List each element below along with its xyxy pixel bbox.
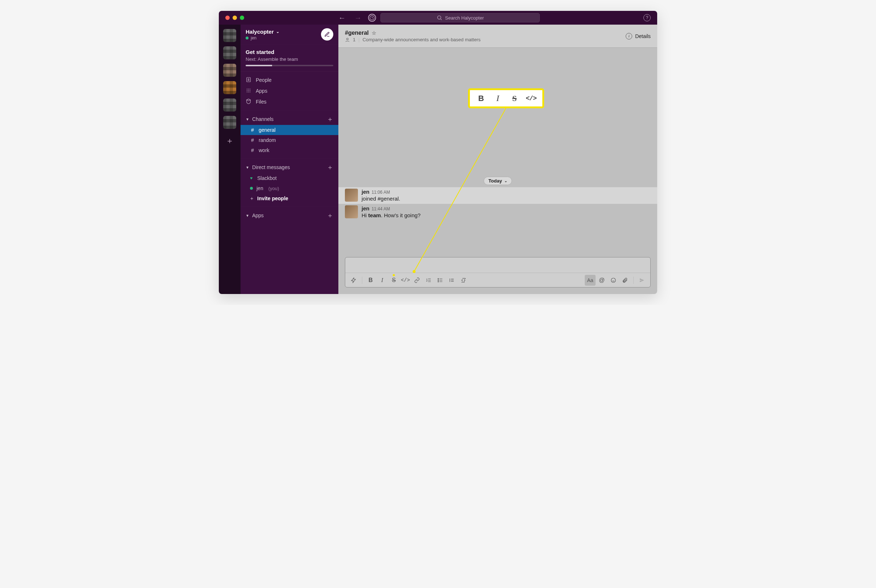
- format-bullet-list-button[interactable]: [435, 275, 446, 286]
- svg-point-10: [247, 92, 248, 92]
- sidebar-item-files[interactable]: Files: [240, 96, 338, 107]
- add-dm-button[interactable]: ＋: [327, 163, 333, 172]
- workspace-switch-2[interactable]: [223, 46, 236, 59]
- channel-header: #general ☆ 1 | Company-wide announcement…: [338, 25, 657, 48]
- sidebar-item-apps[interactable]: Apps: [240, 86, 338, 96]
- invite-label: Invite people: [257, 195, 288, 201]
- nav-label: People: [256, 77, 272, 83]
- progress-fill: [246, 65, 272, 66]
- format-link-button[interactable]: [412, 275, 422, 286]
- caret-down-icon: ▼: [246, 165, 249, 170]
- workspace-header[interactable]: Halycopter ⌄ jen: [240, 25, 338, 45]
- mention-button[interactable]: @: [596, 275, 607, 286]
- message-row[interactable]: jen11:06 AMjoined #general.: [338, 187, 657, 204]
- message-composer: B I S </> Aa @: [345, 257, 651, 288]
- channel-name-button[interactable]: #general ☆: [345, 30, 481, 36]
- chevron-down-icon: ⌄: [276, 29, 279, 34]
- titlebar: ← → Search Halycopter ?: [219, 11, 657, 25]
- format-blockquote-button[interactable]: [446, 275, 457, 286]
- format-strikethrough-button[interactable]: S: [388, 275, 399, 286]
- workspace-switch-3[interactable]: [223, 64, 236, 77]
- format-code-button[interactable]: </>: [400, 275, 411, 286]
- section-label: Apps: [252, 213, 264, 218]
- callout-bold-icon: B: [476, 94, 487, 103]
- workspace-name: Halycopter: [246, 28, 274, 35]
- member-count[interactable]: 1: [353, 37, 355, 42]
- window-zoom-button[interactable]: [240, 16, 244, 20]
- avatar[interactable]: [345, 189, 358, 202]
- dm-item-jen[interactable]: jen(you): [240, 183, 338, 194]
- you-label: (you): [269, 186, 279, 191]
- svg-point-7: [247, 90, 248, 91]
- get-started-next: Next: Assemble the team: [246, 57, 333, 62]
- callout-code-icon: </>: [526, 95, 536, 102]
- workspace-switch-5[interactable]: [223, 99, 236, 111]
- format-codeblock-button[interactable]: [458, 275, 469, 286]
- svg-point-11: [248, 92, 249, 92]
- add-channel-button[interactable]: ＋: [327, 115, 333, 123]
- presence-indicator: [246, 37, 248, 39]
- avatar[interactable]: [345, 205, 358, 218]
- format-ordered-list-button[interactable]: [423, 275, 434, 286]
- channel-item-work[interactable]: #work: [240, 145, 338, 155]
- details-label: Details: [635, 33, 651, 39]
- message-sender[interactable]: jen: [362, 205, 370, 212]
- apps-header[interactable]: ▼Apps ＋: [240, 210, 338, 221]
- caret-down-icon: ▼: [246, 214, 249, 218]
- sidebar-item-people[interactable]: People: [240, 75, 338, 86]
- search-input[interactable]: Search Halycopter: [380, 13, 540, 22]
- date-label: Today: [488, 178, 502, 184]
- nav-forward-button[interactable]: →: [352, 13, 364, 23]
- toggle-formatting-button[interactable]: Aa: [585, 275, 596, 286]
- workspace-switch-6[interactable]: [223, 116, 236, 129]
- apps-icon: [246, 88, 251, 94]
- dm-header[interactable]: ▼Direct messages ＋: [240, 162, 338, 173]
- get-started-panel[interactable]: Get started Next: Assemble the team: [240, 45, 338, 72]
- help-button[interactable]: ?: [643, 14, 651, 21]
- attach-button[interactable]: [619, 275, 630, 286]
- format-italic-button[interactable]: I: [377, 275, 388, 286]
- workspace-switch-4[interactable]: [223, 81, 236, 94]
- message-sender[interactable]: jen: [362, 189, 370, 195]
- lightning-shortcut-button[interactable]: [348, 275, 359, 286]
- compose-icon: [324, 32, 330, 37]
- nav-back-button[interactable]: ←: [336, 13, 348, 23]
- nav-label: Files: [256, 99, 267, 105]
- files-icon: [246, 99, 251, 105]
- details-button[interactable]: i Details: [626, 33, 651, 39]
- channels-header[interactable]: ▼Channels ＋: [240, 113, 338, 125]
- send-button[interactable]: [637, 275, 648, 286]
- compose-new-button[interactable]: [321, 28, 333, 40]
- window-minimize-button[interactable]: [233, 16, 237, 20]
- star-icon[interactable]: ☆: [372, 30, 376, 36]
- add-app-button[interactable]: ＋: [327, 211, 333, 220]
- emoji-button[interactable]: [608, 275, 619, 286]
- formatting-callout: B I S </>: [468, 88, 544, 108]
- message-time: 11:06 AM: [372, 190, 390, 195]
- invite-people-button[interactable]: + Invite people: [240, 194, 338, 204]
- add-workspace-button[interactable]: ＋: [226, 135, 234, 146]
- channel-topic[interactable]: Company-wide announcements and work-base…: [363, 37, 481, 42]
- info-icon: i: [626, 33, 632, 39]
- history-button[interactable]: [368, 14, 376, 22]
- dm-label: jen: [257, 185, 263, 191]
- dm-item-slackbot[interactable]: ♥Slackbot: [240, 173, 338, 183]
- sidebar-nav: People Apps Files: [240, 72, 338, 110]
- heart-icon: ♥: [250, 176, 254, 181]
- svg-point-3: [248, 79, 249, 80]
- messages-area: Today ⌄ ⋮ jen11:06 AMjoined #general.jen…: [338, 48, 657, 257]
- message-row[interactable]: jen11:44 AMHi team. How's it going?: [338, 204, 657, 220]
- dm-label: Slackbot: [257, 175, 277, 181]
- channel-label: general: [258, 127, 276, 133]
- svg-point-15: [438, 278, 439, 279]
- svg-point-1: [437, 16, 440, 19]
- channel-item-random[interactable]: #random: [240, 135, 338, 145]
- callout-strikethrough-icon: S: [509, 94, 520, 103]
- date-divider[interactable]: Today ⌄: [484, 177, 512, 185]
- main-panel: #general ☆ 1 | Company-wide announcement…: [338, 25, 657, 294]
- format-bold-button[interactable]: B: [365, 275, 376, 286]
- channel-item-general[interactable]: #general: [240, 125, 338, 135]
- workspace-switch-1[interactable]: [223, 29, 236, 42]
- message-input[interactable]: [345, 257, 650, 273]
- window-close-button[interactable]: [225, 16, 230, 20]
